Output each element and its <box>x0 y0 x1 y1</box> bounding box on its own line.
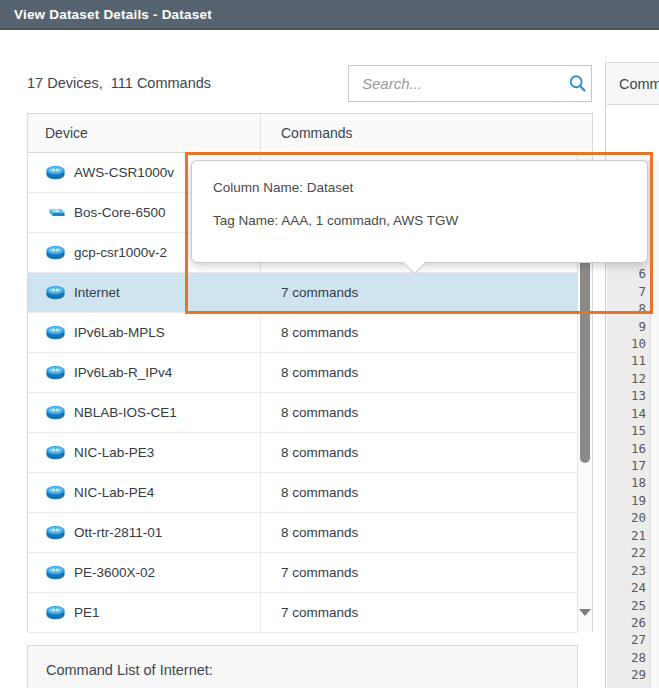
device-name-cell: NIC-Lab-PE3 <box>28 433 260 472</box>
router-icon <box>46 245 65 260</box>
router-icon <box>46 525 65 540</box>
device-name: AWS-CSR1000v <box>74 165 174 180</box>
line-number: 7 <box>607 283 650 300</box>
search-box <box>348 65 592 102</box>
device-name: gcp-csr1000v-2 <box>74 245 167 260</box>
router-icon <box>46 485 65 500</box>
line-number: 9 <box>607 318 650 335</box>
device-name: Bos-Core-6500 <box>74 205 166 220</box>
scroll-down-arrow-icon[interactable] <box>579 609 591 616</box>
commands-count-cell: 7 commands <box>260 593 577 632</box>
commands-count-cell: 8 commands <box>260 513 577 552</box>
line-number: 17 <box>607 457 650 474</box>
line-number: 22 <box>607 544 650 561</box>
device-name: NIC-Lab-PE4 <box>74 485 154 500</box>
search-input[interactable] <box>349 66 563 101</box>
commands-panel: Commands 1234567891011121314151617181920… <box>605 62 659 688</box>
device-name: IPv6Lab-MPLS <box>74 325 165 340</box>
line-number: 10 <box>607 335 650 352</box>
line-number: 12 <box>607 370 650 387</box>
line-number: 26 <box>607 614 650 631</box>
commands-count-cell: 8 commands <box>260 313 577 352</box>
table-row[interactable]: NIC-Lab-PE48 commands <box>28 473 577 513</box>
commands-count-cell: 8 commands <box>260 433 577 472</box>
device-name-cell: Internet <box>28 273 260 312</box>
device-name-cell: IPv6Lab-MPLS <box>28 313 260 352</box>
line-number: 14 <box>607 405 650 422</box>
table-row[interactable]: Internet7 commands <box>28 273 577 313</box>
device-name-cell: IPv6Lab-R_IPv4 <box>28 353 260 392</box>
scrollbar-thumb[interactable] <box>580 259 590 463</box>
dialog-title: View Dataset Details - Dataset <box>14 7 212 22</box>
device-name: PE-3600X-02 <box>74 565 155 580</box>
command-list-label: Command List of Internet: <box>46 662 213 678</box>
dataset-tooltip: Column Name: Dataset Tag Name: AAA, 1 co… <box>191 160 648 263</box>
commands-count-cell: 8 commands <box>260 473 577 512</box>
column-header-device[interactable]: Device <box>28 114 260 152</box>
commands-count-cell: 7 commands <box>260 553 577 592</box>
dialog-view-dataset-details: View Dataset Details - Dataset 17 Device… <box>0 0 659 688</box>
router-icon <box>46 405 65 420</box>
commands-count-cell: 8 commands <box>260 353 577 392</box>
router-icon <box>46 325 65 340</box>
table-row[interactable]: IPv6Lab-MPLS8 commands <box>28 313 577 353</box>
device-name-cell: PE1 <box>28 593 260 632</box>
device-name: Internet <box>74 285 120 300</box>
switch-icon <box>46 205 65 220</box>
line-number: 18 <box>607 474 650 491</box>
line-number: 20 <box>607 509 650 526</box>
device-name-cell: NBLAB-IOS-CE1 <box>28 393 260 432</box>
line-number: 13 <box>607 387 650 404</box>
device-name: NBLAB-IOS-CE1 <box>74 405 177 420</box>
router-icon <box>46 165 65 180</box>
device-command-summary: 17 Devices, 111 Commands <box>27 75 211 91</box>
router-icon <box>46 565 65 580</box>
table-row[interactable]: PE17 commands <box>28 593 577 633</box>
router-icon <box>46 285 65 300</box>
device-name: PE1 <box>74 605 100 620</box>
command-text-area <box>650 160 659 688</box>
line-number: 8 <box>607 300 650 317</box>
table-row[interactable]: NBLAB-IOS-CE18 commands <box>28 393 577 433</box>
router-icon <box>46 365 65 380</box>
commands-count-cell: 7 commands <box>260 273 577 312</box>
line-number: 19 <box>607 492 650 509</box>
table-row[interactable]: PE-3600X-027 commands <box>28 553 577 593</box>
line-number: 27 <box>607 631 650 648</box>
device-name: NIC-Lab-PE3 <box>74 445 154 460</box>
dialog-title-bar: View Dataset Details - Dataset <box>0 0 659 30</box>
device-name: Ott-rtr-2811-01 <box>74 525 162 540</box>
column-header-commands[interactable]: Commands <box>260 114 592 152</box>
tooltip-tag-name: Tag Name: AAA, 1 commadn, AWS TGW <box>213 213 458 228</box>
search-icon[interactable] <box>563 73 591 94</box>
device-name-cell: Ott-rtr-2811-01 <box>28 513 260 552</box>
router-icon <box>46 445 65 460</box>
line-number: 23 <box>607 562 650 579</box>
line-number: 29 <box>607 666 650 683</box>
line-number: 15 <box>607 422 650 439</box>
commands-count-cell: 8 commands <box>260 393 577 432</box>
line-number: 21 <box>607 527 650 544</box>
device-name-cell: NIC-Lab-PE4 <box>28 473 260 512</box>
line-number: 25 <box>607 597 650 614</box>
device-name-cell: PE-3600X-02 <box>28 553 260 592</box>
device-name: IPv6Lab-R_IPv4 <box>74 365 172 380</box>
table-row[interactable]: Ott-rtr-2811-018 commands <box>28 513 577 553</box>
line-number: 16 <box>607 440 650 457</box>
command-list-panel: Command List of Internet: <box>27 645 578 688</box>
table-row[interactable]: NIC-Lab-PE38 commands <box>28 433 577 473</box>
router-icon <box>46 605 65 620</box>
line-number: 28 <box>607 649 650 666</box>
tooltip-column-name: Column Name: Dataset <box>213 180 353 195</box>
line-number: 11 <box>607 352 650 369</box>
commands-panel-header: Commands <box>607 62 659 105</box>
line-number: 24 <box>607 579 650 596</box>
table-row[interactable]: IPv6Lab-R_IPv48 commands <box>28 353 577 393</box>
device-table-header: Device Commands <box>28 114 592 153</box>
line-number: 6 <box>607 265 650 282</box>
